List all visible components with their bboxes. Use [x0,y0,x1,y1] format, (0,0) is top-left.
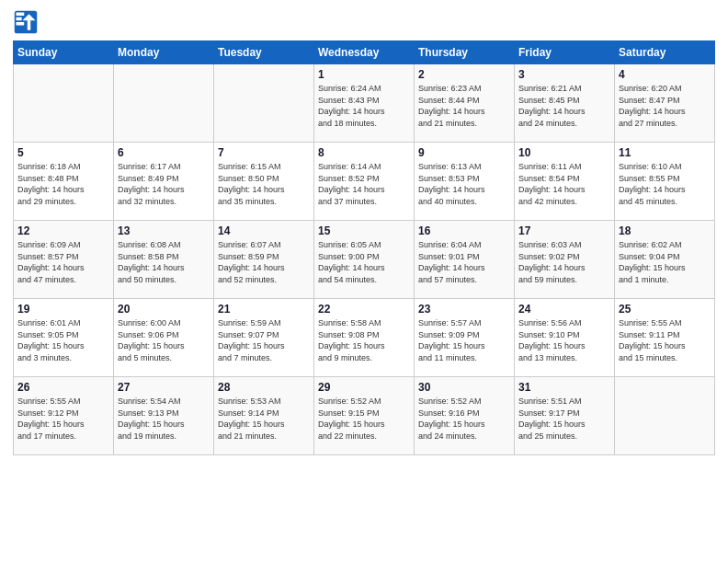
day-info: Sunrise: 6:20 AM Sunset: 8:47 PM Dayligh… [619,83,711,129]
day-number: 19 [17,303,109,316]
weekday-header-thursday: Thursday [415,41,515,64]
day-number: 7 [218,146,310,159]
calendar-cell: 15Sunrise: 6:05 AM Sunset: 9:00 PM Dayli… [314,221,415,299]
calendar-cell: 27Sunrise: 5:54 AM Sunset: 9:13 PM Dayli… [114,377,214,455]
day-number: 13 [118,224,210,237]
day-info: Sunrise: 6:21 AM Sunset: 8:45 PM Dayligh… [518,83,610,129]
day-number: 23 [418,303,510,316]
day-number: 28 [218,381,310,394]
day-info: Sunrise: 5:59 AM Sunset: 9:07 PM Dayligh… [218,317,310,363]
day-info: Sunrise: 6:17 AM Sunset: 8:49 PM Dayligh… [118,161,210,207]
calendar-body: 1Sunrise: 6:24 AM Sunset: 8:43 PM Daylig… [14,64,715,455]
day-info: Sunrise: 6:10 AM Sunset: 8:55 PM Dayligh… [619,161,711,207]
calendar-cell [114,64,214,143]
day-info: Sunrise: 6:18 AM Sunset: 8:48 PM Dayligh… [17,161,109,207]
calendar-cell: 11Sunrise: 6:10 AM Sunset: 8:55 PM Dayli… [615,143,715,221]
day-number: 11 [619,146,711,159]
weekday-header-sunday: Sunday [14,41,114,64]
calendar-cell: 6Sunrise: 6:17 AM Sunset: 8:49 PM Daylig… [114,143,214,221]
day-info: Sunrise: 6:11 AM Sunset: 8:54 PM Dayligh… [518,161,610,207]
day-number: 30 [418,381,510,394]
day-info: Sunrise: 5:54 AM Sunset: 9:13 PM Dayligh… [118,396,210,442]
day-number: 15 [318,224,410,237]
day-number: 16 [418,224,510,237]
day-number: 21 [218,303,310,316]
calendar-cell: 12Sunrise: 6:09 AM Sunset: 8:57 PM Dayli… [14,221,114,299]
week-row-3: 12Sunrise: 6:09 AM Sunset: 8:57 PM Dayli… [14,221,715,299]
calendar-cell: 22Sunrise: 5:58 AM Sunset: 9:08 PM Dayli… [314,299,415,377]
svg-rect-4 [17,22,25,26]
day-number: 3 [518,68,610,81]
svg-rect-3 [17,17,22,21]
calendar-cell: 18Sunrise: 6:02 AM Sunset: 9:04 PM Dayli… [615,221,715,299]
day-info: Sunrise: 6:23 AM Sunset: 8:44 PM Dayligh… [418,83,510,129]
calendar-cell [14,64,114,143]
day-info: Sunrise: 6:03 AM Sunset: 9:02 PM Dayligh… [518,239,610,285]
weekday-header-tuesday: Tuesday [214,41,314,64]
calendar-cell [214,64,314,143]
day-info: Sunrise: 6:09 AM Sunset: 8:57 PM Dayligh… [17,239,109,285]
day-number: 14 [218,224,310,237]
day-info: Sunrise: 6:13 AM Sunset: 8:53 PM Dayligh… [418,161,510,207]
day-number: 17 [518,224,610,237]
week-row-2: 5Sunrise: 6:18 AM Sunset: 8:48 PM Daylig… [14,143,715,221]
weekday-header-wednesday: Wednesday [314,41,415,64]
week-row-1: 1Sunrise: 6:24 AM Sunset: 8:43 PM Daylig… [14,64,715,143]
day-number: 5 [17,146,109,159]
day-info: Sunrise: 5:57 AM Sunset: 9:09 PM Dayligh… [418,317,510,363]
header [13,9,715,35]
weekday-header-friday: Friday [515,41,615,64]
calendar-cell: 3Sunrise: 6:21 AM Sunset: 8:45 PM Daylig… [515,64,615,143]
day-info: Sunrise: 6:01 AM Sunset: 9:05 PM Dayligh… [17,317,109,363]
day-number: 9 [418,146,510,159]
calendar-cell: 10Sunrise: 6:11 AM Sunset: 8:54 PM Dayli… [515,143,615,221]
calendar-header: SundayMondayTuesdayWednesdayThursdayFrid… [14,41,715,64]
logo-icon [13,9,39,35]
day-number: 27 [118,381,210,394]
logo [13,9,42,35]
day-info: Sunrise: 5:52 AM Sunset: 9:15 PM Dayligh… [318,396,410,442]
day-number: 24 [518,303,610,316]
day-info: Sunrise: 5:55 AM Sunset: 9:12 PM Dayligh… [17,396,109,442]
calendar-cell: 19Sunrise: 6:01 AM Sunset: 9:05 PM Dayli… [14,299,114,377]
day-info: Sunrise: 5:52 AM Sunset: 9:16 PM Dayligh… [418,396,510,442]
calendar-cell: 26Sunrise: 5:55 AM Sunset: 9:12 PM Dayli… [14,377,114,455]
day-number: 25 [619,303,711,316]
day-number: 10 [518,146,610,159]
calendar-cell: 4Sunrise: 6:20 AM Sunset: 8:47 PM Daylig… [615,64,715,143]
day-number: 6 [118,146,210,159]
day-info: Sunrise: 5:53 AM Sunset: 9:14 PM Dayligh… [218,396,310,442]
day-number: 1 [318,68,410,81]
calendar-cell: 16Sunrise: 6:04 AM Sunset: 9:01 PM Dayli… [415,221,515,299]
day-info: Sunrise: 6:07 AM Sunset: 8:59 PM Dayligh… [218,239,310,285]
calendar-cell: 31Sunrise: 5:51 AM Sunset: 9:17 PM Dayli… [515,377,615,455]
svg-rect-2 [17,13,25,17]
day-number: 29 [318,381,410,394]
day-info: Sunrise: 6:02 AM Sunset: 9:04 PM Dayligh… [619,239,711,285]
calendar-cell [615,377,715,455]
calendar-cell: 29Sunrise: 5:52 AM Sunset: 9:15 PM Dayli… [314,377,415,455]
day-number: 31 [518,381,610,394]
day-number: 22 [318,303,410,316]
calendar-cell: 24Sunrise: 5:56 AM Sunset: 9:10 PM Dayli… [515,299,615,377]
day-info: Sunrise: 5:51 AM Sunset: 9:17 PM Dayligh… [518,396,610,442]
day-info: Sunrise: 6:15 AM Sunset: 8:50 PM Dayligh… [218,161,310,207]
calendar-cell: 25Sunrise: 5:55 AM Sunset: 9:11 PM Dayli… [615,299,715,377]
calendar-cell: 13Sunrise: 6:08 AM Sunset: 8:58 PM Dayli… [114,221,214,299]
day-info: Sunrise: 6:14 AM Sunset: 8:52 PM Dayligh… [318,161,410,207]
calendar-cell: 7Sunrise: 6:15 AM Sunset: 8:50 PM Daylig… [214,143,314,221]
calendar-cell: 23Sunrise: 5:57 AM Sunset: 9:09 PM Dayli… [415,299,515,377]
calendar-cell: 20Sunrise: 6:00 AM Sunset: 9:06 PM Dayli… [114,299,214,377]
day-info: Sunrise: 5:56 AM Sunset: 9:10 PM Dayligh… [518,317,610,363]
page: SundayMondayTuesdayWednesdayThursdayFrid… [0,0,728,563]
day-info: Sunrise: 5:55 AM Sunset: 9:11 PM Dayligh… [619,317,711,363]
calendar-cell: 28Sunrise: 5:53 AM Sunset: 9:14 PM Dayli… [214,377,314,455]
calendar-cell: 14Sunrise: 6:07 AM Sunset: 8:59 PM Dayli… [214,221,314,299]
day-number: 12 [17,224,109,237]
day-info: Sunrise: 6:08 AM Sunset: 8:58 PM Dayligh… [118,239,210,285]
day-number: 8 [318,146,410,159]
calendar-cell: 8Sunrise: 6:14 AM Sunset: 8:52 PM Daylig… [314,143,415,221]
day-info: Sunrise: 5:58 AM Sunset: 9:08 PM Dayligh… [318,317,410,363]
day-number: 20 [118,303,210,316]
calendar-cell: 21Sunrise: 5:59 AM Sunset: 9:07 PM Dayli… [214,299,314,377]
